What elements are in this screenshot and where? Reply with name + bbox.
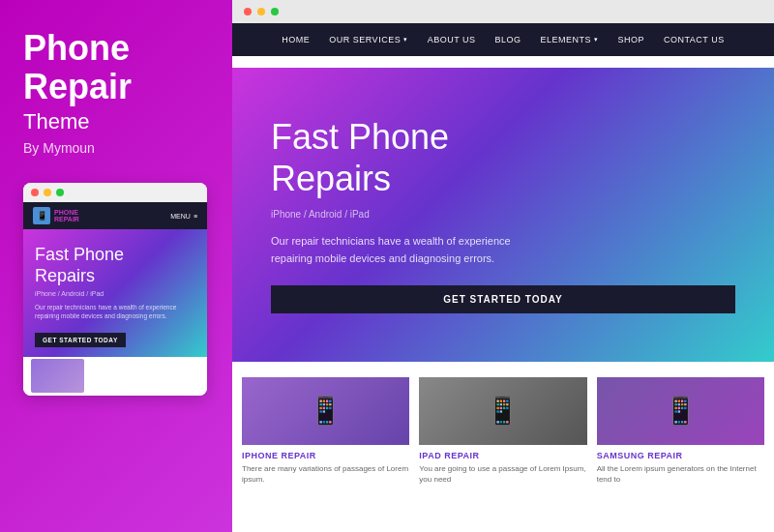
mobile-nav: 📱 PHONE REPAIR MENU ≡ xyxy=(23,202,207,229)
service-card-ipad: 📱 IPAD REPAIR You are going to use a pas… xyxy=(419,377,586,532)
nav-home[interactable]: HOME xyxy=(272,25,319,54)
samsung-icon: 📱 xyxy=(664,395,698,427)
site-navigation: HOME OUR SERVICES ▾ ABOUT US BLOG ELEMEN… xyxy=(232,23,774,56)
mobile-preview-card: 📱 PHONE REPAIR MENU ≡ Fast Phone Repairs… xyxy=(23,183,207,395)
browser-chrome xyxy=(232,0,774,23)
hero-section: Fast Phone Repairs iPhone / Android / iP… xyxy=(232,68,774,362)
nav-blog[interactable]: BLOG xyxy=(485,25,530,54)
dot-green xyxy=(56,189,64,196)
services-section: 📱 IPHONE REPAIR There are many variation… xyxy=(232,362,774,532)
service-image-iphone: 📱 xyxy=(242,377,409,445)
mobile-logo-text: PHONE REPAIR xyxy=(54,209,79,223)
browser-dot-green xyxy=(271,8,279,15)
mobile-cta-button[interactable]: GET STARTED TODAY xyxy=(35,333,126,347)
nav-contact[interactable]: CONTACT US xyxy=(654,25,734,54)
mobile-hero-subtitle: iPhone / Android / iPad xyxy=(35,290,195,297)
left-sidebar: Phone Repair Theme By Mymoun 📱 PHONE REP… xyxy=(0,0,232,532)
browser-dot-yellow xyxy=(257,8,265,15)
nav-shop[interactable]: SHOP xyxy=(609,25,655,54)
elements-chevron-icon: ▾ xyxy=(594,36,599,44)
window-chrome-bar xyxy=(23,183,207,202)
mobile-hero-section: Fast Phone Repairs iPhone / Android / iP… xyxy=(23,229,207,356)
theme-title: Phone Repair xyxy=(23,29,209,105)
hero-cta-button[interactable]: GET STARTED TODAY xyxy=(271,285,735,313)
service-desc-ipad: You are going to use a passage of Lorem … xyxy=(419,463,586,485)
service-card-iphone: 📱 IPHONE REPAIR There are many variation… xyxy=(242,377,409,532)
nav-services[interactable]: OUR SERVICES ▾ xyxy=(319,25,417,54)
dot-yellow xyxy=(44,189,51,196)
mobile-hero-title: Fast Phone Repairs xyxy=(35,245,195,286)
nav-about[interactable]: ABOUT US xyxy=(418,25,486,54)
services-chevron-icon: ▾ xyxy=(403,36,408,44)
mobile-bottom-image xyxy=(31,359,84,393)
mobile-menu-label: MENU ≡ xyxy=(170,213,197,220)
service-image-samsung: 📱 xyxy=(597,377,764,445)
service-desc-iphone: There are many variations of passages of… xyxy=(242,463,409,485)
service-label-ipad: IPAD REPAIR xyxy=(419,451,586,460)
mobile-logo: 📱 PHONE REPAIR xyxy=(33,207,79,224)
hero-description: Our repair technicians have a wealth of … xyxy=(271,233,561,267)
mobile-logo-icon: 📱 xyxy=(33,207,50,224)
right-browser-panel: HOME OUR SERVICES ▾ ABOUT US BLOG ELEMEN… xyxy=(232,0,774,532)
tablet-icon: 📱 xyxy=(486,395,520,427)
dot-red xyxy=(31,189,39,196)
theme-by: By Mymoun xyxy=(23,140,209,156)
browser-dot-red xyxy=(244,8,252,15)
hero-title: Fast Phone Repairs xyxy=(271,116,735,199)
hero-breadcrumb: iPhone / Android / iPad xyxy=(271,209,735,220)
phone-icon: 📱 xyxy=(309,395,342,427)
service-image-ipad: 📱 xyxy=(419,377,586,445)
service-desc-samsung: All the Lorem ipsum generators on the In… xyxy=(597,463,764,485)
nav-elements[interactable]: ELEMENTS ▾ xyxy=(531,25,609,54)
nav-spacer xyxy=(232,56,774,68)
theme-subtitle: Theme xyxy=(23,109,209,134)
service-label-samsung: SAMSUNG REPAIR xyxy=(597,451,764,460)
mobile-hero-desc: Our repair technicians have a wealth of … xyxy=(35,303,195,320)
service-card-samsung: 📱 SAMSUNG REPAIR All the Lorem ipsum gen… xyxy=(597,377,764,532)
service-label-iphone: IPHONE REPAIR xyxy=(242,451,409,460)
mobile-bottom-section xyxy=(23,357,207,396)
